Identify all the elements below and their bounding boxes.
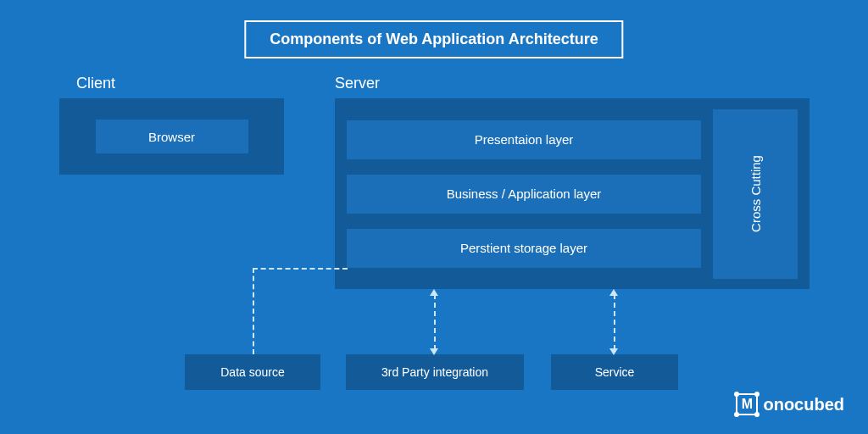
business-layer: Business / Application layer: [347, 175, 701, 214]
third-party-label: 3rd Party integration: [381, 365, 488, 379]
service-box: Service: [551, 354, 678, 390]
client-container: Browser: [59, 98, 284, 175]
brand-logo-mark: M: [736, 393, 758, 415]
arrow-up-icon: [430, 289, 438, 296]
business-layer-label: Business / Application layer: [447, 186, 602, 201]
data-source-box: Data source: [185, 354, 320, 390]
storage-layer: Perstient storage layer: [347, 229, 701, 268]
service-label: Service: [595, 365, 635, 379]
brand-name: onocubed: [763, 395, 844, 415]
connector-service-vline: [614, 294, 615, 350]
arrow-down-icon: [430, 348, 438, 355]
browser-label: Browser: [148, 130, 195, 144]
connector-third-party-vline: [434, 294, 436, 350]
data-source-label: Data source: [220, 365, 284, 379]
arrow-up-icon: [609, 289, 618, 296]
server-layers: Presentaion layer Business / Application…: [347, 108, 701, 279]
cross-cutting-box: Cross Cutting: [713, 109, 798, 279]
third-party-box: 3rd Party integration: [346, 354, 524, 390]
brand-mark-letter: M: [742, 397, 753, 412]
presentation-layer-label: Presentaion layer: [475, 132, 574, 147]
connector-data-source-hline: [253, 268, 348, 270]
cross-cutting-label: Cross Cutting: [748, 155, 763, 232]
brand-logo: M onocubed: [736, 393, 844, 415]
storage-layer-label: Perstient storage layer: [460, 241, 587, 255]
server-section-label: Server: [335, 75, 380, 92]
presentation-layer: Presentaion layer: [347, 120, 701, 159]
connector-data-source-vline: [253, 268, 254, 354]
browser-box: Browser: [96, 120, 248, 153]
server-container: Presentaion layer Business / Application…: [335, 98, 810, 289]
diagram-title-text: Components of Web Application Architectu…: [270, 31, 598, 47]
diagram-canvas: Components of Web Application Architectu…: [0, 0, 868, 434]
client-section-label: Client: [76, 75, 115, 92]
diagram-title: Components of Web Application Architectu…: [244, 20, 623, 58]
arrow-down-icon: [609, 348, 618, 355]
